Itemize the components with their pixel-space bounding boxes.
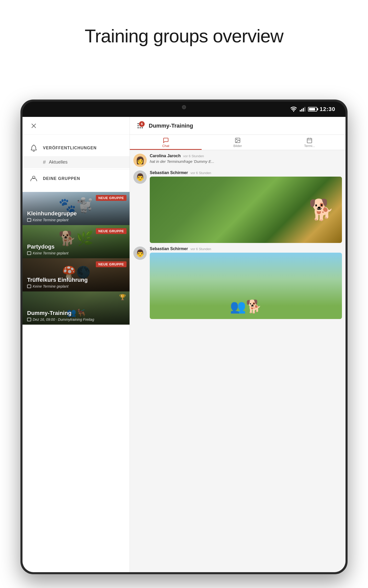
sebastian-face-icon-2: 👨 xyxy=(133,247,147,260)
group-card-content: Dummy-Training Dez 16, 09:00 · Dummytrai… xyxy=(22,307,130,325)
group-card-date: Keine Termine geplant xyxy=(33,251,68,255)
message-bubble: Sebastian Schirmer vor 6 Stunden xyxy=(150,247,342,319)
dog-photo-2 xyxy=(150,253,342,319)
svg-rect-2 xyxy=(303,108,304,112)
message-header: Sebastian Schirmer vor 6 Stunden xyxy=(150,170,342,175)
tab-bilder-label: Bilder xyxy=(233,144,242,148)
svg-point-8 xyxy=(236,139,237,140)
svg-rect-1 xyxy=(301,109,302,112)
divider xyxy=(22,169,130,169)
tablet-screen: 12:30 xyxy=(22,102,346,572)
nav-label-veroeffentlichungen: VERÖFFENTLICHUNGEN xyxy=(43,146,97,150)
tab-termine[interactable]: Termi... xyxy=(274,135,346,150)
messages-area: 👩 Carolina Jaroch vor 6 Stunden hat in d… xyxy=(130,150,346,572)
neue-gruppe-badge: NEUE GRUPPE xyxy=(96,195,126,201)
groups-label: DEINE GRUPPEN xyxy=(43,176,80,181)
sub-nav-label-aktuelles: Aktuelles xyxy=(49,160,67,165)
message-image[interactable] xyxy=(150,177,342,243)
group-card-dummy-training[interactable]: 👥🐕‍🦺 🏆 Dummy-Training Dez 16, 09:00 · Du… xyxy=(22,291,130,325)
svg-rect-3 xyxy=(304,107,305,112)
message-row: 👩 Carolina Jaroch vor 6 Stunden hat in d… xyxy=(133,154,342,167)
svg-rect-9 xyxy=(307,138,312,143)
message-author: Carolina Jaroch xyxy=(150,154,181,158)
tab-chat-label: Chat xyxy=(162,144,169,148)
message-text: hat in der Terminumfrage 'Dummy E... xyxy=(150,159,342,164)
chat-bubble-icon xyxy=(163,137,169,143)
calendar-small-icon xyxy=(27,285,31,288)
message-time: vor 6 Stunden xyxy=(190,247,211,251)
group-card-trueffelkurs[interactable]: 🍄🌑 NEUE GRUPPE Trüffelkurs Einführung Ke… xyxy=(22,258,130,291)
neue-gruppe-badge: NEUE GRUPPE xyxy=(96,261,126,267)
tab-chat[interactable]: Chat xyxy=(130,135,202,150)
camera xyxy=(182,105,186,109)
bell-icon xyxy=(30,144,38,152)
chat-header: 6 Dummy-Training xyxy=(130,117,346,135)
sidebar-item-aktuelles[interactable]: # Aktuelles xyxy=(22,156,130,168)
message-bubble: Sebastian Schirmer vor 6 Stunden xyxy=(150,170,342,243)
notification-badge: 6 xyxy=(139,121,145,127)
status-time: 12:30 xyxy=(320,106,335,113)
wifi-icon xyxy=(290,107,297,112)
group-card-subtitle: Dez 16, 09:00 · Dummytraining Freitag xyxy=(27,317,125,322)
group-card-content: Trüffelkurs Einführung Keine Termine gep… xyxy=(22,274,130,291)
hash-icon: # xyxy=(43,159,46,165)
group-card-kleinhundegruppe[interactable]: 🐾🐩 NEUE GRUPPE Kleinhundegruppe Keine Te… xyxy=(22,192,130,225)
message-author: Sebastian Schirmer xyxy=(150,170,188,175)
groups-header: DEINE GRUPPEN xyxy=(22,170,130,187)
avatar-sebastian-2: 👨 xyxy=(133,247,147,260)
message-row: 👨 Sebastian Schirmer vor 6 Stunden xyxy=(133,247,342,319)
neue-gruppe-badge: NEUE GRUPPE xyxy=(96,228,126,234)
message-author: Sebastian Schirmer xyxy=(150,247,188,251)
carolina-face-icon: 👩 xyxy=(133,154,147,167)
trophy-icon: 🏆 xyxy=(119,294,126,301)
chat-tabs: Chat Bilder xyxy=(130,135,346,150)
page-title: Training groups overview xyxy=(85,26,283,46)
tablet-device: 12:30 xyxy=(20,100,348,574)
group-card-subtitle: Keine Termine geplant xyxy=(27,218,125,222)
message-header: Carolina Jaroch vor 6 Stunden xyxy=(150,154,342,158)
group-card-subtitle: Keine Termine geplant xyxy=(27,251,125,255)
screen: VERÖFFENTLICHUNGEN # Aktuelles DEINE GRU… xyxy=(22,117,346,572)
close-button[interactable] xyxy=(29,121,39,131)
status-bar: 12:30 xyxy=(22,102,346,117)
group-card-title: Dummy-Training xyxy=(27,310,125,316)
calendar-small-icon xyxy=(27,318,31,321)
group-card-date: Keine Termine geplant xyxy=(33,284,68,288)
battery-icon xyxy=(308,107,317,112)
sidebar-header xyxy=(22,117,130,135)
group-card-title: Trüffelkurs Einführung xyxy=(27,277,125,283)
nav-section: VERÖFFENTLICHUNGEN # Aktuelles DEINE GRU… xyxy=(22,135,130,192)
tab-termine-label: Termi... xyxy=(304,144,315,148)
svg-rect-0 xyxy=(300,110,301,112)
calendar-small-icon xyxy=(27,218,31,222)
calendar-tab-icon xyxy=(306,137,313,143)
calendar-small-icon xyxy=(27,251,31,255)
message-time: vor 6 Stunden xyxy=(190,171,211,175)
group-card-title: Partydogs xyxy=(27,243,125,250)
group-card-title: Kleinhundegruppe xyxy=(27,210,125,217)
dog-photo-1 xyxy=(150,177,342,243)
group-card-subtitle: Keine Termine geplant xyxy=(27,284,125,288)
sidebar-item-veroeffentlichungen[interactable]: VERÖFFENTLICHUNGEN xyxy=(22,140,130,156)
chat-panel-title: Dummy-Training xyxy=(149,122,340,129)
message-bubble: Carolina Jaroch vor 6 Stunden hat in der… xyxy=(150,154,342,164)
avatar-carolina: 👩 xyxy=(133,154,147,167)
message-row: 👨 Sebastian Schirmer vor 6 Stunden xyxy=(133,170,342,243)
group-card-content: Partydogs Keine Termine geplant xyxy=(22,240,130,258)
sidebar: VERÖFFENTLICHUNGEN # Aktuelles DEINE GRU… xyxy=(22,117,130,572)
group-card-partydogs[interactable]: 🐕🌿 NEUE GRUPPE Partydogs Keine Termine g… xyxy=(22,225,130,258)
status-icons: 12:30 xyxy=(290,106,335,113)
signal-icon xyxy=(300,107,305,112)
message-time: vor 6 Stunden xyxy=(183,154,204,158)
person-icon xyxy=(30,175,38,183)
message-header: Sebastian Schirmer vor 6 Stunden xyxy=(150,247,342,251)
group-card-content: Kleinhundegruppe Keine Termine geplant xyxy=(22,207,130,225)
menu-button[interactable]: 6 xyxy=(135,121,145,131)
group-card-date: Dez 16, 09:00 · Dummytraining Freitag xyxy=(33,317,94,322)
group-cards: 🐾🐩 NEUE GRUPPE Kleinhundegruppe Keine Te… xyxy=(22,192,130,572)
message-image-2[interactable] xyxy=(150,253,342,319)
image-icon xyxy=(235,137,241,143)
chat-panel: 6 Dummy-Training Chat xyxy=(130,117,346,572)
sebastian-face-icon: 👨 xyxy=(133,170,147,184)
tab-bilder[interactable]: Bilder xyxy=(202,135,273,150)
